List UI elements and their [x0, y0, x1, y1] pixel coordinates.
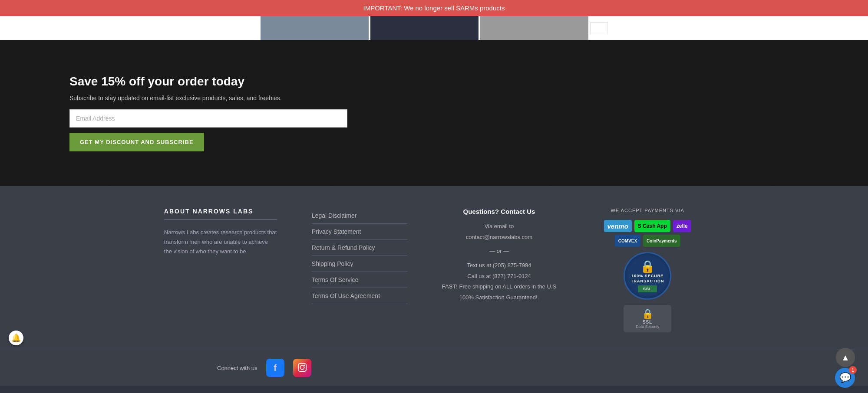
ssl-lock-icon: 🔒 [631, 259, 664, 274]
contact-shipping: FAST! Free shipping on ALL orders in the… [442, 282, 556, 292]
ssl-data-badge: 🔒 SSL Data Security [624, 305, 671, 332]
contact-or-divider: — or — [442, 246, 556, 257]
footer-links-column: Legal Disclaimer Privacy Statement Retur… [312, 208, 407, 304]
footer-link-privacy[interactable]: Privacy Statement [312, 224, 407, 240]
instagram-link[interactable] [293, 359, 311, 377]
announcement-text: IMPORTANT: We no longer sell SARMs produ… [363, 4, 505, 12]
footer-link-legal[interactable]: Legal Disclaimer [312, 208, 407, 224]
hero-title: Save 15% off your order today [69, 75, 868, 88]
footer-about-heading: ABOUT NARROWS LABS [164, 208, 277, 220]
coinpay-logo: CoinPayments [643, 235, 680, 247]
cashapp-logo: S Cash App [634, 220, 670, 232]
svg-point-1 [300, 365, 304, 369]
facebook-link[interactable]: f [266, 359, 284, 377]
strip-image-1 [261, 16, 369, 40]
ssl-ribbon: SSL [638, 285, 657, 292]
announcement-bar: IMPORTANT: We no longer sell SARMs produ… [0, 0, 868, 16]
subscribe-form: GET MY DISCOUNT AND SUBSCRIBE [69, 109, 347, 151]
ssl-badge2-text: SSL [643, 320, 652, 324]
footer-about-description: Narrows Labs creates research products t… [164, 228, 277, 256]
ssl-badge2-sub: Data Security [636, 324, 659, 329]
footer-link-tou[interactable]: Terms Of Use Agreement [312, 288, 407, 304]
image-strip [0, 16, 868, 40]
venmo-logo: venmo [604, 220, 632, 232]
footer: ABOUT NARROWS LABS Narrows Labs creates … [0, 186, 868, 393]
contact-email: contact@narrowslabs.com [442, 232, 556, 243]
contact-heading: Questions? Contact Us [442, 208, 556, 215]
payment-label: WE ACCEPT PAYMENTS VIA [611, 208, 684, 213]
ssl-secure-badge: 🔒 100% SECURETRANSACTION SSL [624, 252, 671, 300]
payment-logos: venmo S Cash App zelle COMVEX CoinPaymen… [591, 220, 704, 247]
footer-link-tos[interactable]: Terms Of Service [312, 272, 407, 288]
footer-link-refund[interactable]: Return & Refund Policy [312, 240, 407, 256]
footer-connect: Connect with us f [0, 359, 868, 377]
contact-text-us: Text us at (205) 875-7994 [442, 260, 556, 271]
footer-contact-column: Questions? Contact Us Via email to conta… [442, 208, 556, 303]
strip-image-3 [480, 16, 588, 40]
hero-subtitle: Subscribe to stay updated on email-list … [69, 95, 868, 102]
notification-icon[interactable]: 🔔 [9, 331, 23, 345]
footer-link-shipping[interactable]: Shipping Policy [312, 256, 407, 272]
connect-label: Connect with us [217, 365, 257, 371]
chat-icon: 💬 [839, 372, 851, 383]
chat-badge: 1 [849, 366, 857, 374]
zelle-logo: zelle [673, 220, 691, 232]
svg-rect-0 [298, 363, 306, 371]
contact-call-us: Call us at (877) 771-0124 [442, 271, 556, 282]
nav-button[interactable] [590, 22, 607, 34]
email-input[interactable] [69, 109, 347, 128]
svg-point-2 [304, 364, 305, 366]
instagram-icon [297, 363, 307, 373]
ssl-data-lock-icon: 🔒 [642, 308, 653, 320]
scroll-top-icon: ▲ [841, 353, 850, 363]
strip-image-2 [370, 16, 479, 40]
chat-button[interactable]: 💬 1 [835, 368, 855, 388]
hero-subscribe-section: Save 15% off your order today Subscribe … [0, 40, 868, 186]
ssl-badge-text1: 100% SECURETRANSACTION [631, 274, 664, 284]
footer-copyright: © Copyright, 2021 [0, 386, 868, 393]
bell-icon: 🔔 [11, 333, 21, 343]
footer-payment-column: WE ACCEPT PAYMENTS VIA venmo S Cash App … [591, 208, 704, 332]
contact-satisfaction: 100% Satisfaction Guaranteed!. [442, 292, 556, 303]
comvex-logo: COMVEX [615, 235, 640, 247]
footer-main: ABOUT NARROWS LABS Narrows Labs creates … [0, 208, 868, 350]
subscribe-button[interactable]: GET MY DISCOUNT AND SUBSCRIBE [69, 133, 204, 151]
contact-via-email-label: Via email to [442, 221, 556, 232]
facebook-icon: f [274, 363, 277, 373]
footer-about-column: ABOUT NARROWS LABS Narrows Labs creates … [164, 208, 277, 256]
footer-bottom: Connect with us f [0, 350, 868, 386]
scroll-top-button[interactable]: ▲ [836, 348, 855, 367]
